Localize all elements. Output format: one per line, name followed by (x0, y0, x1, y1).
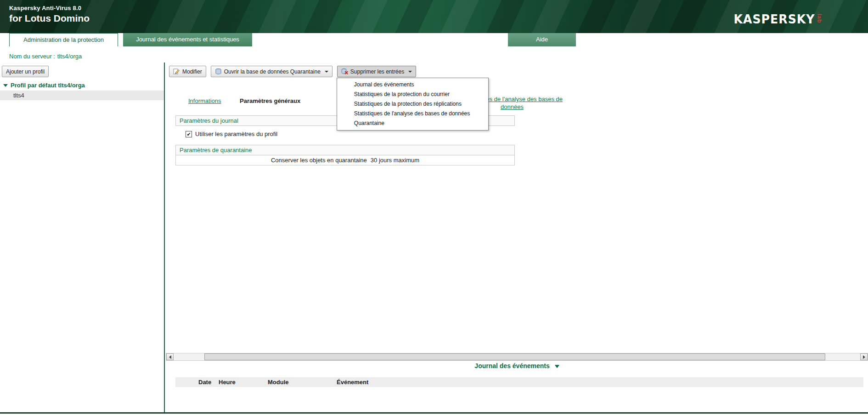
database-delete-icon (341, 68, 348, 75)
delete-entries-label: Supprimer les entrées (350, 68, 404, 75)
use-profile-settings-checkbox[interactable]: ✔ (186, 131, 192, 137)
collapse-triangle-icon (555, 365, 559, 368)
menu-item-stats-protection-replications[interactable]: Statistiques de la protection des réplic… (337, 99, 488, 109)
menu-item-stats-protection-courrier[interactable]: Statistiques de la protection du courrie… (337, 90, 488, 99)
server-name-row: Nom du serveur :tlts4/orga (9, 53, 82, 60)
toolbar: Modifier Ouvrir la base de données Quara… (169, 66, 416, 77)
column-module: Module (268, 377, 289, 387)
tab-journal-statistiques[interactable]: Journal des événements et statistiques (123, 33, 252, 46)
default-profile-group[interactable]: Profil par défaut tlts4/orga (3, 82, 85, 89)
kaspersky-admin-console: Kaspersky Anti-Virus 8.0 for Lotus Domin… (0, 0, 868, 415)
tab-informations[interactable]: Informations (188, 97, 221, 104)
server-name-value: tlts4/orga (57, 53, 82, 60)
column-heure: Heure (219, 377, 236, 387)
pencil-icon (173, 68, 180, 75)
use-profile-settings-label: Utiliser les paramètres du profil (195, 131, 277, 137)
profile-group-label: Profil par défaut tlts4/orga (11, 82, 85, 89)
delete-entries-menu: Journal des événements Statistiques de l… (337, 78, 489, 131)
kaspersky-lab-logo: KASPERSKY lab (731, 12, 822, 26)
scrollbar-thumb[interactable] (204, 353, 825, 360)
product-brand: Kaspersky Anti-Virus 8.0 for Lotus Domin… (9, 5, 90, 24)
sidebar-item-tlts4[interactable]: tlts4 (0, 91, 164, 100)
main-nav: Administration de la protection Journal … (0, 33, 868, 46)
quarantine-retention-row: Conserver les objets en quarantaine 30 j… (175, 155, 515, 165)
column-evenement: Événement (337, 377, 368, 387)
open-quarantine-db-label: Ouvrir la base de données Quarantaine (224, 68, 321, 75)
tab-administration-protection[interactable]: Administration de la protection (9, 33, 118, 46)
delete-entries-button[interactable]: Supprimer les entrées (337, 66, 416, 77)
logo-lab-text: lab (817, 14, 822, 23)
column-date: Date (198, 377, 211, 387)
expand-triangle-icon (3, 84, 8, 87)
bottom-border (0, 412, 868, 414)
open-quarantine-db-button[interactable]: Ouvrir la base de données Quarantaine (211, 66, 333, 77)
menu-item-stats-analyse-bases[interactable]: Statistiques de l'analyse des bases de d… (337, 109, 488, 119)
product-edition: for Lotus Domino (9, 13, 90, 24)
delete-entries-dropdown: Supprimer les entrées Journal des événem… (337, 66, 416, 77)
tab-parametres-generaux[interactable]: Paramètres généraux (240, 97, 300, 104)
tab-aide[interactable]: Aide (508, 33, 576, 46)
menu-item-quarantaine[interactable]: Quarantaine (337, 119, 488, 128)
horizontal-scrollbar[interactable] (166, 353, 868, 361)
server-name-label: Nom du serveur : (9, 53, 55, 60)
events-log-title: Journal des événements (474, 362, 549, 370)
quarantine-retention-value: 30 jours maximum (371, 157, 419, 164)
add-profile-button[interactable]: Ajouter un profil (2, 66, 49, 77)
menu-item-journal-evenements[interactable]: Journal des événements (337, 80, 488, 90)
product-name: Kaspersky Anti-Virus 8.0 (9, 5, 90, 11)
events-log-header[interactable]: Journal des événements (166, 362, 868, 370)
database-icon (215, 68, 222, 75)
triangle-left-icon (169, 355, 171, 359)
caret-down-icon (408, 71, 412, 73)
use-profile-settings-row: ✔ Utiliser les paramètres du profil (186, 131, 277, 137)
quarantine-settings-header: Paramètres de quarantaine (175, 145, 515, 155)
app-header: Kaspersky Anti-Virus 8.0 for Lotus Domin… (0, 0, 868, 33)
caret-down-icon (325, 71, 328, 73)
profiles-sidebar: Ajouter un profil Profil par défaut tlts… (0, 63, 165, 412)
quarantine-retention-label: Conserver les objets en quarantaine (271, 157, 367, 164)
modify-button[interactable]: Modifier (169, 66, 206, 77)
modify-button-label: Modifier (182, 68, 202, 75)
events-table-header: Date Heure Module Événement (175, 377, 863, 387)
logo-wordmark: KASPERSKY (734, 12, 815, 26)
triangle-right-icon (863, 355, 865, 359)
scroll-right-button[interactable] (860, 353, 868, 360)
scroll-left-button[interactable] (166, 353, 174, 360)
